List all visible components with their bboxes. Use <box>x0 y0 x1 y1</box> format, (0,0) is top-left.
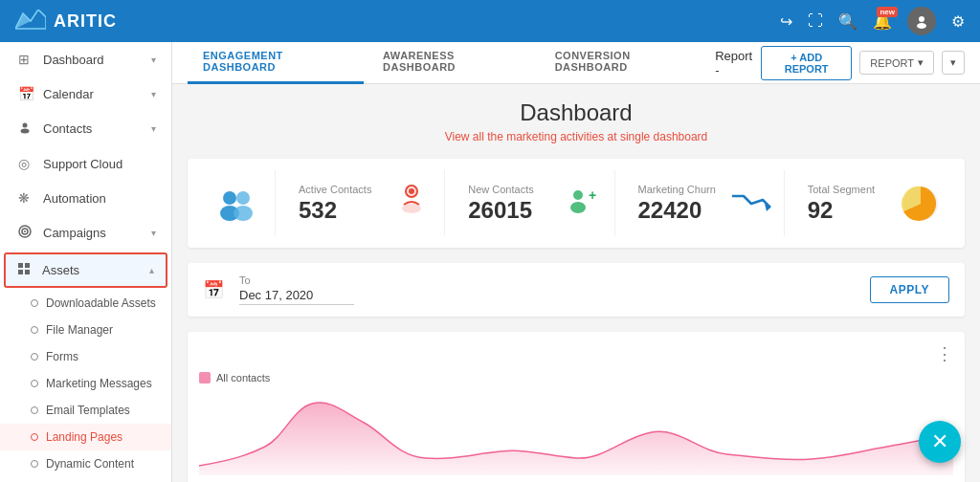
stat-card-total-segment: Total Segment 92 <box>796 170 953 236</box>
sidebar-item-contacts[interactable]: Contacts ▾ <box>0 111 171 146</box>
calendar-icon[interactable]: 📅 <box>203 279 224 300</box>
expand-icon[interactable]: ⛶ <box>808 12 823 30</box>
search-icon[interactable]: 🔍 <box>838 12 858 31</box>
more-options-icon[interactable]: ⋮ <box>936 343 953 364</box>
tab-bar: ENGAGEMENT DASHBOARD AWARENESS DASHBOARD… <box>172 42 980 84</box>
chevron-down-icon: ▾ <box>151 55 156 65</box>
close-icon: ✕ <box>931 429 948 454</box>
sidebar-item-dashboard[interactable]: ⊞ Dashboard ▾ <box>0 42 171 77</box>
svg-rect-12 <box>25 270 30 274</box>
chart-svg-container <box>199 389 953 479</box>
tab-conversion[interactable]: CONVERSION DASHBOARD <box>540 42 711 84</box>
stat-label: Marketing Churn <box>638 184 719 195</box>
sub-circle-icon <box>31 460 38 468</box>
main-layout: ⊞ Dashboard ▾ 📅 Calendar ▾ Contacts ▾ ◎ … <box>0 42 980 482</box>
legend-color-dot <box>199 372 211 383</box>
stats-row: Active Contacts 532 <box>188 159 965 248</box>
chevron-down-icon: ▾ <box>151 123 156 134</box>
svg-point-5 <box>21 129 30 134</box>
svg-point-22 <box>570 202 586 213</box>
svg-point-8 <box>24 230 26 232</box>
sidebar-sub-item-dynamic-content[interactable]: Dynamic Content <box>0 450 171 477</box>
sidebar-sub-item-file-manager[interactable]: File Manager <box>0 317 171 343</box>
notification-icon[interactable]: 🔔 new <box>873 12 892 31</box>
svg-point-4 <box>23 123 28 128</box>
stat-value: 92 <box>808 197 888 224</box>
sub-circle-icon <box>31 353 38 361</box>
active-contacts-icon <box>390 178 433 229</box>
sidebar-item-assets[interactable]: Assets ▴ <box>4 252 167 288</box>
support-cloud-icon: ◎ <box>18 156 33 171</box>
svg-marker-1 <box>15 13 31 29</box>
chart-area: ⋮ All contacts <box>188 332 965 482</box>
add-report-button[interactable]: + ADD REPORT <box>761 46 852 80</box>
svg-rect-11 <box>18 270 23 274</box>
stat-value: 532 <box>299 197 379 224</box>
notification-badge: new <box>877 7 898 17</box>
svg-rect-10 <box>25 263 30 268</box>
stat-card-active-contacts: Active Contacts 532 <box>287 170 445 236</box>
svg-point-3 <box>917 23 926 29</box>
chart-legend: All contacts <box>199 372 953 383</box>
sidebar-sub-item-push-templates[interactable]: Push Templates <box>0 477 171 482</box>
date-to-field: To Dec 17, 2020 <box>239 274 354 305</box>
chart-header: ⋮ <box>199 343 953 364</box>
sidebar-item-campaigns[interactable]: Campaigns ▾ <box>0 215 171 251</box>
svg-point-2 <box>919 16 924 22</box>
sub-circle-icon <box>31 326 38 334</box>
logo-area: ARITIC <box>15 10 117 33</box>
svg-point-20 <box>402 204 421 213</box>
chevron-down-icon: ▾ <box>918 56 924 69</box>
apply-button[interactable]: APPLY <box>870 276 949 303</box>
tab-engagement[interactable]: ENGAGEMENT DASHBOARD <box>188 42 364 84</box>
svg-point-14 <box>236 191 250 205</box>
sub-circle-icon <box>31 380 38 387</box>
automation-icon: ❋ <box>18 190 33 206</box>
stat-card-placeholder <box>199 170 276 236</box>
sub-circle-icon <box>31 406 38 414</box>
assets-icon <box>17 262 33 278</box>
dashboard-icon: ⊞ <box>18 52 33 67</box>
top-header: ARITIC ↪ ⛶ 🔍 🔔 new ⚙ <box>0 0 980 42</box>
svg-point-16 <box>234 206 253 221</box>
new-contacts-icon: + <box>561 181 603 227</box>
avatar[interactable] <box>907 7 936 35</box>
sidebar-sub-item-marketing-messages[interactable]: Marketing Messages <box>0 370 171 397</box>
report-button[interactable]: REPORT ▾ <box>859 51 934 75</box>
sub-circle-icon <box>31 433 38 441</box>
svg-point-13 <box>223 191 236 205</box>
fab-button[interactable]: ✕ <box>919 421 961 463</box>
report-label: Report - <box>715 49 753 77</box>
logo-icon <box>15 10 46 33</box>
sidebar-item-calendar[interactable]: 📅 Calendar ▾ <box>0 77 171 111</box>
sidebar-sub-item-forms[interactable]: Forms <box>0 343 171 370</box>
stat-value: 26015 <box>468 197 548 224</box>
chevron-down-icon: ▾ <box>151 228 156 238</box>
tab-awareness[interactable]: AWARENESS DASHBOARD <box>368 42 536 84</box>
dropdown-button[interactable]: ▾ <box>942 51 965 75</box>
stat-card-marketing-churn: Marketing Churn 22420 <box>627 170 785 236</box>
header-icons: ↪ ⛶ 🔍 🔔 new ⚙ <box>780 7 965 35</box>
svg-point-19 <box>409 188 414 194</box>
dashboard-content: Dashboard View all the marketing activit… <box>172 84 980 482</box>
sidebar-item-automation[interactable]: ❋ Automation <box>0 181 171 215</box>
svg-text:+: + <box>589 187 596 203</box>
date-filter-row: 📅 To Dec 17, 2020 APPLY <box>188 263 965 317</box>
pie-chart-icon <box>900 183 942 225</box>
calendar-icon: 📅 <box>18 86 33 101</box>
chevron-down-icon: ▾ <box>151 89 156 99</box>
sidebar-sub-item-landing-pages[interactable]: Landing Pages <box>0 424 171 450</box>
share-icon[interactable]: ↪ <box>780 12 792 31</box>
svg-rect-9 <box>18 263 23 268</box>
trending-down-icon <box>730 190 772 217</box>
sidebar-item-support-cloud[interactable]: ◎ Support Cloud <box>0 146 171 181</box>
content-area: ENGAGEMENT DASHBOARD AWARENESS DASHBOARD… <box>172 42 980 482</box>
page-title: Dashboard <box>188 99 965 126</box>
dashboard-subtitle: View all the marketing activities at sin… <box>188 130 965 143</box>
chevron-up-icon: ▴ <box>149 265 154 275</box>
sidebar-sub-item-email-templates[interactable]: Email Templates <box>0 397 171 424</box>
sidebar-sub-item-downloadable-assets[interactable]: Downloadable Assets <box>0 290 171 317</box>
app-name: ARITIC <box>54 11 117 32</box>
settings-icon[interactable]: ⚙ <box>951 12 965 31</box>
stat-label: Total Segment <box>808 184 888 195</box>
